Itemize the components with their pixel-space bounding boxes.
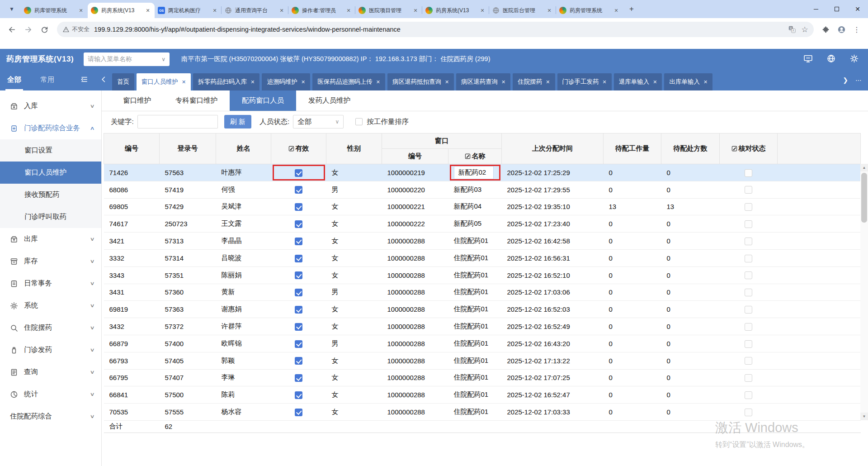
table-row[interactable]: 6980557429吴斌津女1000000221新配药042025-12-02 …: [104, 198, 861, 215]
check-status-checkbox[interactable]: [745, 391, 752, 399]
table-row[interactable]: 6679357405郭颖女1000000288住院配药012025-12-02 …: [104, 352, 861, 369]
table-row[interactable]: 6808657419何强男1000000220新配药032025-12-02 1…: [104, 181, 861, 198]
cell-window-name[interactable]: 住院配药01: [448, 266, 502, 284]
sidebar-group[interactable]: 门诊发药∨: [0, 339, 101, 361]
tab-close-icon[interactable]: ✕: [653, 79, 657, 85]
browser-tab[interactable]: 药房管理系统✕: [556, 3, 623, 18]
valid-checkbox[interactable]: [295, 238, 302, 245]
col-window-id[interactable]: 编号: [382, 149, 448, 164]
check-status-checkbox[interactable]: [745, 186, 752, 194]
table-row[interactable]: 334357351陈丽娟女1000000288住院配药012025-12-02 …: [104, 266, 861, 284]
tab-close-icon[interactable]: ✕: [703, 79, 708, 85]
cell-window-name[interactable]: 住院配药01: [448, 352, 502, 369]
sidebar-group[interactable]: 日常事务∨: [0, 272, 101, 295]
table-row[interactable]: 333257314吕晓波女1000000288住院配药012025-12-02 …: [104, 249, 861, 266]
valid-checkbox[interactable]: [295, 255, 302, 262]
table-row[interactable]: 7142657563叶惠萍女1000000219新配药022025-12-02 …: [104, 164, 861, 181]
cell-window-name[interactable]: 住院配药01: [448, 386, 502, 404]
browser-tab[interactable]: 药房系统(V13✕: [88, 3, 155, 18]
collapse-menu-icon[interactable]: [80, 76, 88, 85]
url-bar[interactable]: 不安全 199.9.129.29:8000/his-yf/app/#/outpa…: [57, 22, 814, 37]
page-tab[interactable]: 拆零药品扫码入库✕: [193, 73, 259, 90]
sidebar-item[interactable]: 接收预配药: [0, 184, 101, 206]
check-status-checkbox[interactable]: [745, 169, 752, 177]
globe-icon[interactable]: [826, 54, 836, 65]
tab-search-icon[interactable]: ▼: [5, 3, 18, 15]
browser-menu-icon[interactable]: ⋮: [850, 23, 863, 36]
tab-close-icon[interactable]: ✕: [445, 79, 449, 85]
back-icon[interactable]: [5, 22, 19, 37]
tab-close-icon[interactable]: ✕: [603, 79, 607, 85]
cell-window-name[interactable]: 住院配药01: [448, 318, 502, 335]
valid-checkbox[interactable]: [295, 340, 302, 348]
sidebar-group[interactable]: 查询∨: [0, 361, 101, 383]
sidebar-group[interactable]: 统计∨: [0, 383, 101, 405]
table-scrollbar[interactable]: ▲ ▼: [860, 164, 868, 420]
page-tab[interactable]: 门诊手工发药✕: [557, 73, 612, 90]
tab-close-icon[interactable]: ✕: [479, 7, 486, 14]
table-row[interactable]: 343257372许群萍女1000000288住院配药012025-12-02 …: [104, 318, 861, 335]
tab-close-icon[interactable]: ✕: [345, 7, 352, 14]
check-status-checkbox[interactable]: [745, 203, 752, 211]
tab-close-icon[interactable]: ✕: [250, 79, 255, 85]
valid-checkbox[interactable]: [295, 271, 302, 279]
valid-checkbox[interactable]: [295, 306, 302, 314]
valid-checkbox[interactable]: [295, 409, 302, 416]
browser-tab[interactable]: 操作者:管理员✕: [288, 3, 355, 18]
tab-filter-item[interactable]: 常用: [40, 69, 54, 90]
check-status-checkbox[interactable]: [745, 409, 752, 416]
scrollbar-down-icon[interactable]: ▼: [860, 413, 868, 420]
gear-icon[interactable]: [849, 54, 859, 65]
table-row[interactable]: 7053557555杨水容女1000000288住院配药012025-12-02…: [104, 404, 861, 421]
maximize-button[interactable]: [826, 0, 847, 18]
translate-icon[interactable]: 文A: [786, 23, 798, 36]
valid-checkbox[interactable]: [295, 169, 302, 177]
tab-close-icon[interactable]: ✕: [613, 7, 620, 14]
refresh-button[interactable]: 刷 新: [224, 115, 251, 128]
menu-search-input[interactable]: 请输入菜单名称 ∨: [84, 52, 170, 66]
url-text[interactable]: 199.9.129.29:8000/his-yf/app/#/outpatien…: [94, 26, 786, 33]
tab-close-icon[interactable]: ✕: [278, 7, 285, 14]
page-tab[interactable]: 住院摆药✕: [513, 73, 555, 90]
status-select[interactable]: 全部 ∨: [293, 115, 344, 128]
check-status-checkbox[interactable]: [745, 340, 752, 348]
col-check-status[interactable]: 核对状态: [720, 133, 778, 164]
check-status-checkbox[interactable]: [745, 271, 752, 279]
cell-window-name[interactable]: 新配药05: [448, 215, 502, 233]
table-row[interactable]: 6981957363谢惠娟女1000000288住院配药012025-12-02…: [104, 301, 861, 318]
page-tab[interactable]: 病区退药查询✕: [456, 73, 510, 90]
col-gender[interactable]: 性别: [326, 133, 382, 164]
page-tab[interactable]: 首页: [112, 73, 134, 90]
cell-window-name[interactable]: 新配药04: [448, 198, 502, 215]
cell-window-name[interactable]: 新配药03: [448, 181, 502, 198]
check-status-checkbox[interactable]: [745, 374, 752, 382]
sidebar-group[interactable]: 入库∨: [0, 95, 101, 117]
new-tab-button[interactable]: +: [626, 3, 637, 15]
scroll-right-icon[interactable]: ❯: [843, 76, 848, 84]
refresh-icon[interactable]: [37, 22, 52, 37]
browser-tab[interactable]: OS两定机构医疗✕: [155, 3, 222, 18]
tab-close-icon[interactable]: ✕: [144, 7, 151, 14]
monitor-icon[interactable]: [803, 54, 813, 65]
col-last-assign[interactable]: 上次分配时间: [502, 133, 604, 164]
valid-checkbox[interactable]: [295, 289, 302, 296]
subtab[interactable]: 专科窗口维护: [163, 90, 230, 111]
check-status-checkbox[interactable]: [745, 357, 752, 365]
window-name-input[interactable]: 新配药02: [454, 166, 494, 179]
cell-window-name[interactable]: 住院配药01: [448, 233, 502, 250]
tab-close-icon[interactable]: ✕: [182, 79, 186, 85]
keyword-input[interactable]: [137, 115, 218, 128]
check-status-checkbox[interactable]: [745, 238, 752, 245]
bookmark-star-icon[interactable]: ☆: [798, 23, 811, 36]
tab-close-icon[interactable]: ✕: [77, 7, 85, 14]
sidebar-group[interactable]: 住院配药综合∨: [0, 405, 101, 428]
table-row[interactable]: 6684157500陈莉女1000000288住院配药012025-12-02 …: [104, 386, 861, 404]
check-status-checkbox[interactable]: [745, 289, 752, 296]
cell-window-name[interactable]: 住院配药01: [448, 284, 502, 301]
scroll-left-icon[interactable]: [100, 76, 108, 85]
subtab[interactable]: 发药人员维护: [296, 90, 363, 111]
page-tab[interactable]: 退库单输入✕: [614, 73, 662, 90]
table-row[interactable]: 342157313李晶晶女1000000288住院配药012025-12-02 …: [104, 233, 861, 250]
tab-close-icon[interactable]: ✕: [412, 7, 419, 14]
valid-checkbox[interactable]: [295, 374, 302, 382]
